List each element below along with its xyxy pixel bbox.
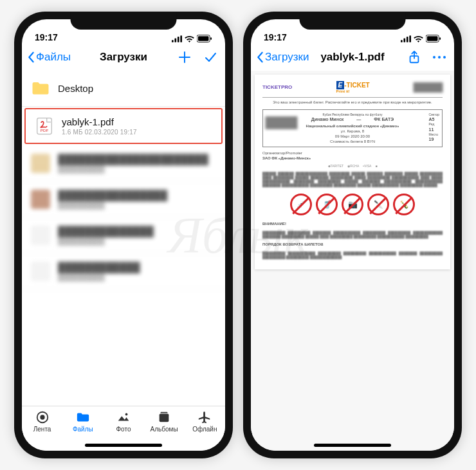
- pdf-document: TICKETPRO E-TICKET Print it! Это ваш эле…: [255, 75, 450, 269]
- more-button[interactable]: [432, 50, 446, 64]
- tab-label: Файлы: [73, 426, 93, 433]
- status-indicators: [172, 35, 212, 42]
- file-name: yablyk-1.pdf: [62, 116, 212, 127]
- navbar: Файлы Загрузки: [22, 44, 225, 71]
- albums-icon: [157, 410, 171, 424]
- list-item[interactable]: ████████████████████████: [22, 217, 225, 253]
- svg-rect-3: [180, 35, 182, 42]
- barcode-icon: [266, 116, 298, 129]
- sector-label: Сектор: [429, 113, 439, 116]
- team-away: ФК БАТЭ: [374, 116, 394, 122]
- tab-albums[interactable]: Альбомы: [145, 410, 183, 433]
- status-time: 19:17: [264, 32, 302, 42]
- svg-rect-16: [407, 36, 408, 42]
- back-button[interactable]: Файлы: [27, 51, 71, 64]
- file-meta: 1.6 МБ 02.03.2020 19:17: [62, 129, 212, 136]
- folder-name: Desktop: [58, 83, 216, 94]
- eticket-logo: E-TICKET Print it!: [336, 81, 370, 95]
- ticketpro-logo: TICKETPRO: [262, 84, 292, 91]
- svg-rect-20: [439, 37, 441, 40]
- page-title: yablyk-1.pdf: [320, 51, 384, 64]
- folder-icon: [76, 410, 90, 424]
- seat-value: 19: [429, 137, 434, 141]
- airplane-icon: [197, 410, 212, 424]
- home-indicator[interactable]: [314, 444, 391, 447]
- svg-point-11: [125, 413, 128, 416]
- svg-point-23: [438, 56, 441, 59]
- svg-rect-17: [409, 35, 411, 42]
- return-text: ██████████ ████████████ ██████████ █████…: [262, 251, 443, 259]
- tab-files[interactable]: Файлы: [64, 410, 102, 433]
- list-item[interactable]: ████████████████████████████████: [22, 145, 225, 181]
- home-indicator[interactable]: [85, 444, 162, 447]
- tab-feed[interactable]: Лента: [23, 410, 62, 433]
- no-syringe-icon: 💉: [290, 194, 312, 215]
- list-item[interactable]: ██████████████████████: [22, 253, 225, 289]
- back-label: Загрузки: [265, 51, 309, 64]
- organizer-label: Организатор/Promoter: [262, 151, 443, 156]
- return-heading: ПОРЯДОК ВОЗВРАТА БИЛЕТОВ: [262, 242, 443, 248]
- svg-rect-5: [198, 36, 209, 41]
- intro-text: Это ваш электронный билет. Распечатайте …: [262, 100, 443, 105]
- svg-rect-2: [178, 36, 179, 42]
- organizer-name: ЗАО ФК «Динамо-Минск»: [262, 156, 443, 161]
- seat-label: Место: [429, 132, 439, 136]
- checkmark-button[interactable]: [203, 50, 217, 64]
- battery-icon: [197, 35, 212, 42]
- event-date: 09 Март 2020 20:00: [266, 134, 439, 140]
- tab-offline[interactable]: Офлайн: [185, 410, 224, 433]
- screen-right: 19:17 Загрузки yablyk-1.pdf TICKETP: [251, 19, 454, 451]
- tab-label: Фото: [116, 426, 131, 433]
- address: ул. Кирова, 8: [266, 129, 439, 134]
- row-value: 11: [429, 127, 434, 132]
- add-button[interactable]: [178, 50, 192, 64]
- svg-text:PDF: PDF: [41, 128, 49, 132]
- list-item[interactable]: ██████████████████████████: [22, 181, 225, 217]
- svg-rect-6: [210, 37, 212, 40]
- battery-icon: [426, 35, 441, 42]
- notch: [300, 12, 406, 30]
- share-button[interactable]: [408, 50, 421, 64]
- phone-frame-left: 19:17 Файлы Загрузки Desktop: [14, 12, 233, 458]
- phone-frame-right: 19:17 Загрузки yablyk-1.pdf TICKETP: [243, 12, 462, 458]
- chevron-left-icon: [256, 51, 264, 63]
- team-home: Динамо Минск: [311, 116, 343, 122]
- svg-point-24: [443, 56, 446, 59]
- page-title: Загрузки: [100, 51, 147, 64]
- svg-point-22: [433, 56, 435, 59]
- tab-label: Офлайн: [192, 426, 217, 433]
- photo-icon: [116, 410, 131, 424]
- back-button[interactable]: Загрузки: [256, 51, 309, 64]
- file-yablyk-pdf[interactable]: PDF yablyk-1.pdf 1.6 МБ 02.03.2020 19:17: [24, 108, 223, 144]
- rules-text: ██████ ███████ ██████████████ █████████ …: [262, 172, 443, 187]
- pdf-viewer[interactable]: TICKETPRO E-TICKET Print it! Это ваш эле…: [251, 71, 454, 451]
- no-camera-icon: 📷: [342, 194, 363, 215]
- navbar: Загрузки yablyk-1.pdf: [251, 44, 454, 71]
- folder-icon: [31, 79, 50, 98]
- prohibited-icons: 💉 🥤 📷 🔪 🍾: [262, 194, 443, 215]
- warning-text: ██████████ ██████████ ████████ █████████…: [262, 231, 443, 239]
- screen-left: 19:17 Файлы Загрузки Desktop: [22, 19, 225, 451]
- back-label: Файлы: [36, 51, 71, 64]
- file-list[interactable]: Desktop PDF yablyk-1.pdf 1.6 МБ 02.03.20…: [22, 71, 225, 406]
- barcode-icon: [414, 82, 443, 93]
- wifi-icon: [185, 35, 194, 42]
- svg-rect-13: [161, 412, 168, 413]
- tab-photo[interactable]: Фото: [104, 410, 143, 433]
- svg-rect-19: [427, 36, 438, 41]
- warning-heading: ВНИМАНИЕ!: [262, 222, 443, 227]
- svg-point-10: [40, 415, 44, 419]
- svg-rect-12: [160, 414, 169, 422]
- sector-value: A5: [429, 117, 435, 122]
- svg-rect-1: [174, 38, 176, 42]
- tab-label: Альбомы: [151, 426, 178, 433]
- svg-rect-0: [172, 40, 174, 42]
- notch: [71, 12, 177, 30]
- tab-label: Лента: [33, 426, 51, 433]
- wifi-icon: [414, 35, 423, 42]
- price: Стоимость билета 8 BYN: [266, 140, 439, 145]
- ticket-block: Кубок Республики Беларусь по футболу Дин…: [262, 109, 443, 148]
- svg-rect-14: [401, 40, 403, 42]
- no-drinks-icon: 🥤: [316, 194, 338, 215]
- folder-desktop[interactable]: Desktop: [22, 71, 225, 107]
